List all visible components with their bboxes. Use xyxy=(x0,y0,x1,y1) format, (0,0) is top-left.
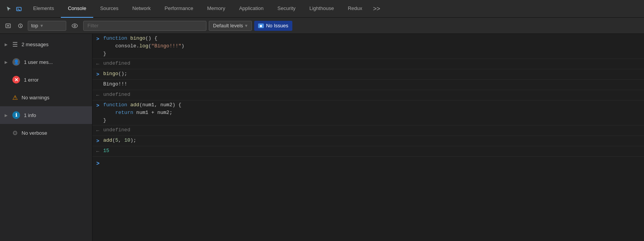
chevron-down-icon: ▾ xyxy=(40,23,43,28)
error-icon: ✕ xyxy=(12,76,20,84)
levels-dropdown[interactable]: Default levels ▾ xyxy=(209,21,252,31)
output-prompt: ← xyxy=(96,91,103,99)
input-caret: > xyxy=(96,161,99,167)
messages-icon: ☰ xyxy=(12,41,18,48)
tab-lighthouse[interactable]: Lighthouse xyxy=(302,0,341,18)
tab-bar: Elements Console Sources Network Perform… xyxy=(0,0,644,18)
toolbar: top ▾ Default levels ▾ ■ No Issues xyxy=(0,18,644,34)
tab-memory[interactable]: Memory xyxy=(200,0,232,18)
sidebar-item-messages[interactable]: ▶ ☰ 2 messages xyxy=(0,35,92,53)
tab-performance[interactable]: Performance xyxy=(158,0,200,18)
sidebar-item-error[interactable]: ▶ ✕ 1 error xyxy=(0,71,92,89)
console-entry-1: > function bingo() { console.log("Bingo!… xyxy=(92,34,644,59)
svg-point-3 xyxy=(72,24,77,28)
output-prompt: ← xyxy=(96,60,103,68)
console-entry-7: ← undefined xyxy=(92,126,644,136)
console-entry-6: > function add(num1, num2) { return num1… xyxy=(92,100,644,126)
context-select[interactable]: top ▾ xyxy=(28,21,66,31)
console-entry-2: ← undefined xyxy=(92,59,644,69)
info-icon: ℹ xyxy=(12,111,20,119)
console-output[interactable]: > function bingo() { console.log("Bingo!… xyxy=(92,34,644,241)
console-entry-5: ← undefined xyxy=(92,90,644,100)
arrow-icon: ▶ xyxy=(5,42,8,47)
sidebar-item-info[interactable]: ▶ ℹ 1 info xyxy=(0,106,92,124)
console-entry-8: > add(5, 10); xyxy=(92,136,644,146)
sidebar-item-user[interactable]: ▶ 👤 1 user mes... xyxy=(0,53,92,71)
sidebar-item-verbose[interactable]: ▶ ⚙ No verbose xyxy=(0,124,92,142)
tab-sources[interactable]: Sources xyxy=(93,0,126,18)
tab-security[interactable]: Security xyxy=(270,0,302,18)
tab-bar-icons xyxy=(2,5,26,13)
console-input-line[interactable]: > xyxy=(92,157,644,171)
tab-console[interactable]: Console xyxy=(61,0,93,18)
input-prompt: > xyxy=(96,137,103,145)
user-icon: 👤 xyxy=(12,58,20,66)
main-content: ▶ ☰ 2 messages ▶ 👤 1 user mes... ▶ ✕ 1 e… xyxy=(0,34,644,241)
filter-input[interactable] xyxy=(83,21,206,31)
eye-button[interactable] xyxy=(69,21,81,31)
clear-console-button[interactable] xyxy=(3,21,13,31)
devtools-icon[interactable] xyxy=(15,5,23,13)
input-prompt: > xyxy=(96,35,103,43)
warning-icon: ⚠ xyxy=(12,94,18,101)
input-prompt: > xyxy=(96,101,103,110)
console-input[interactable] xyxy=(102,161,641,167)
no-issues-button[interactable]: ■ No Issues xyxy=(254,21,292,31)
preserve-log-button[interactable] xyxy=(15,21,25,31)
tab-network[interactable]: Network xyxy=(126,0,158,18)
chevron-down-icon: ▾ xyxy=(245,23,248,28)
output-prompt: ← xyxy=(96,126,103,135)
sidebar: ▶ ☰ 2 messages ▶ 👤 1 user mes... ▶ ✕ 1 e… xyxy=(0,34,92,241)
arrow-icon: ▶ xyxy=(5,60,8,64)
svg-point-4 xyxy=(74,25,75,27)
input-prompt: > xyxy=(96,70,103,79)
tab-application[interactable]: Application xyxy=(232,0,271,18)
tab-redux[interactable]: Redux xyxy=(341,0,369,18)
tab-more[interactable]: >> xyxy=(369,5,384,12)
console-entry-9: ← 15 xyxy=(92,146,644,157)
verbose-icon: ⚙ xyxy=(12,129,18,137)
tab-elements[interactable]: Elements xyxy=(26,0,61,18)
console-entry-4: > Bingo!!! xyxy=(92,80,644,90)
arrow-icon: ▶ xyxy=(5,113,8,117)
sidebar-item-warnings[interactable]: ▶ ⚠ No warnings xyxy=(0,89,92,106)
output-prompt: ← xyxy=(96,147,103,156)
console-entry-3: > bingo(); xyxy=(92,69,644,80)
cursor-icon[interactable] xyxy=(5,5,13,13)
